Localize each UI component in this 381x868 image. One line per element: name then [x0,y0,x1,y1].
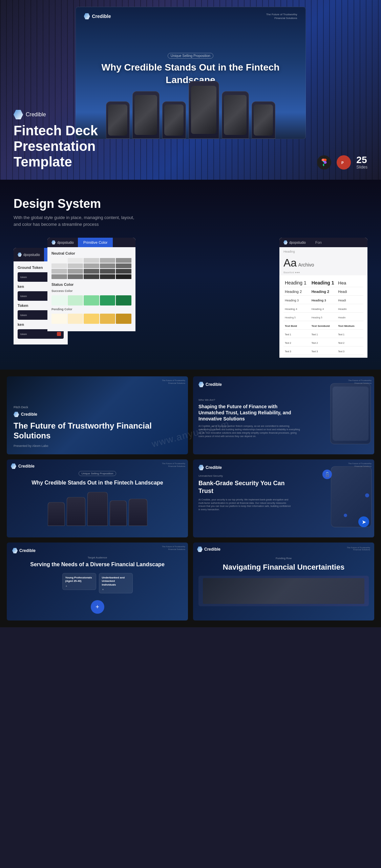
slide3-phone-4 [110,500,127,526]
font-tab[interactable]: Fon [310,238,327,247]
slide1-corner: The Future of TrustworthyFinancial Solut… [162,379,185,385]
prim-logo-icon [51,240,56,244]
screen-logo-icon [84,13,90,19]
slide1-title: The Future of Trustworthy Financial Solu… [14,421,181,441]
security-dots: 🔒 ➤ [313,459,374,537]
slide3-corner: The Future of TrustworthyFinancial Solut… [162,462,185,468]
font-basefont-label: Basefont ●●● [279,271,367,275]
slide5-tag: Target Audience [88,556,107,559]
slide2-corner: The Future of TrustworthyFinancial Solut… [348,379,372,385]
prim-logo-text: dpopstudio [57,241,74,244]
slide5-title: Serving the Needs of a Diverse Financial… [30,561,165,568]
slide5-logo: Credible [12,548,36,553]
slide6-corner: The Future of TrustworthyFinancial Solut… [347,547,370,551]
slides-count: 25 [356,155,367,165]
hero-bottom: Credible Fintech Deck Presentation Templ… [14,110,367,170]
prim-panel-body: Neutral Color [47,247,135,331]
token-logo-icon [18,253,22,257]
font-h5-3: Headin [337,313,363,321]
font-tb-2: Text Semibold [310,321,337,330]
slides-grid-section: www.anyusl.com Pitch Deck Credible The F… [0,370,381,627]
slide2-who: Who We Are? [198,398,301,401]
slide6-img-inner [203,578,365,604]
ds-panels: dpopstudio Token Color Ground Token toke… [14,238,367,367]
success-label: Success Color [51,289,131,293]
pending-label: Pending Color [51,308,131,311]
sec-dot-3 [344,514,347,517]
success-swatches [51,295,131,305]
font-h2-extra: Headi [337,287,363,296]
font-h3-bold: Heading 3 [310,296,337,304]
screen-usp-tag: Unique Selling Proposition [168,53,213,59]
font-panel-header: dpopstudio Fon [279,238,367,247]
design-system-section: www.anyusl.com Design System With the gl… [0,180,381,370]
hero-section: www.anyusl.com Credible The Future of Tr… [0,0,381,180]
figma-icon [317,155,331,170]
slide6-img-area [198,576,369,606]
slide4-corner: The Future of TrustworthyFinancial Solut… [348,462,372,468]
hero-title: Fintech Deck Presentation Template [14,123,98,170]
font-logo-text: dpopstudio [289,241,306,244]
slides-label: Slides [356,165,367,170]
slide5-card-1: Young Professionals(Aged 25-40) ▲ [62,573,96,590]
font-display: Aa Archivo [279,255,367,271]
font-name: Archivo [298,262,314,268]
slide4-title: Bank-Grade Security You Can Trust [198,479,292,495]
font-grid: Heading 1 Heading 1 Hea Heading 2 Headin… [279,276,367,358]
slide2-phone [330,383,371,444]
slide5-card-2: Underbanked and Unbanked Individuals ▲ [99,573,133,593]
font-h4-2: Heading 4 [310,304,337,313]
screen-logo: Credible [84,13,111,19]
font-panel: dpopstudio Fon Heading Aa Archivo Basefo… [279,238,367,358]
hero-brand: Credible Fintech Deck Presentation Templ… [14,110,98,170]
status-section: Status Color Success Color Pending Color [51,282,131,324]
sec-dot-2 [365,493,369,497]
slide1-brand: Credible [21,412,37,417]
slide3-phone-5 [129,499,147,526]
font-h4-3: Headin [337,304,363,313]
font-heading-label: Heading [279,247,367,255]
screen-brand-name: Credible [92,14,111,19]
slide1-tag: Pitch Deck [14,406,181,409]
prim-tab[interactable]: Primitive Color [78,238,113,247]
font-h3-extra: Headi [337,296,363,304]
font-h1-extra: Hea [337,279,363,287]
slides-count-container: 25 Slides [356,155,367,170]
pending-swatches [51,314,131,324]
slide3-logo-row: Credible [11,463,35,469]
ppt-icon: P [337,155,351,170]
logo-icon [14,110,23,119]
slide3-logo-icon [11,463,16,469]
font-aa: Aa [283,257,297,269]
slide2-title: Shaping the Future of Finance with Unmat… [198,403,301,422]
slide4-brand: Credible [206,465,222,470]
slide5-brand: Credible [19,548,36,553]
font-h1-regular: Heading 1 [283,279,310,287]
font-h5-2: Heading 5 [310,313,337,321]
slide5-card1-sub: ▲ [65,585,93,587]
font-h4-1: Heading 4 [283,304,310,313]
slide3-phone-1 [48,502,65,526]
slide3-phone-2 [67,497,85,526]
slide-card-3: Credible The Future of TrustworthyFinanc… [7,459,188,537]
hero-brand-name: Credible [26,112,46,118]
font-t2-1: Text 2 [283,338,310,347]
slide2-content: Who We Are? Shaping the Future of Financ… [198,387,301,449]
slide5-card1-title: Young Professionals(Aged 25-40) [65,576,93,583]
slide5-card2-sub: ▲ [102,588,130,590]
neutral-label: Neutral Color [51,251,131,255]
font-panel-logo: dpopstudio [279,238,310,247]
neutral-swatches [51,258,131,279]
slide3-tag: Unique Selling Proposition [79,471,117,476]
primitive-panel: dpopstudio Primitive Color Neutral Color [47,238,135,331]
font-logo-icon [283,240,288,244]
slide5-cards: Young Professionals(Aged 25-40) ▲ + Unde… [62,573,133,593]
token-logo-text: dpopstudio [23,253,40,257]
font-t1-3: Text 1 [337,330,363,338]
slide4-desc: At Credible, your security is our top pr… [198,498,292,511]
slide5-card2-title: Underbanked and Unbanked Individuals [102,576,130,587]
slide3-brand: Credible [18,464,35,469]
slide5-circle: + [91,600,104,614]
arrow-icon: ➤ [358,516,369,527]
slide3-phones [48,492,147,526]
